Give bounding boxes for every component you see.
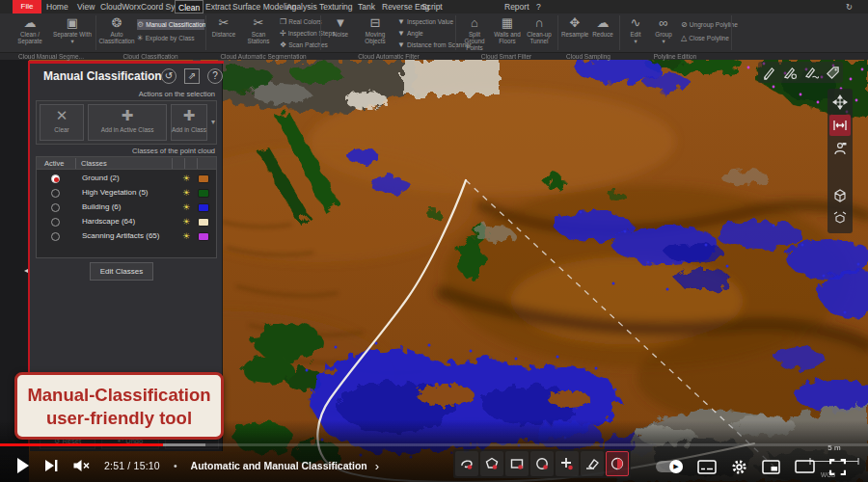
class-color-swatch[interactable]	[198, 189, 209, 198]
tab-report[interactable]: Report	[502, 0, 532, 13]
fullscreen-button[interactable]	[829, 459, 846, 475]
ribbon-manual-classification-button[interactable]: ⚙Manual Classification	[137, 19, 204, 30]
visibility-bulb-icon[interactable]: ☀	[182, 229, 190, 243]
paper-plane-icon	[832, 164, 848, 179]
class-row-scanning-artifacts[interactable]: Scanning Artifacts (65) ☀	[38, 229, 215, 243]
undock-icon[interactable]: ⇗	[184, 68, 200, 84]
tag-icon[interactable]	[826, 66, 840, 80]
column-separator	[197, 158, 198, 169]
rectangle-selection-button[interactable]	[505, 451, 529, 476]
class-row-ground[interactable]: Ground (2) ☀	[38, 172, 215, 185]
lasso-selection-button[interactable]	[455, 451, 478, 476]
history-icon[interactable]: ↺	[161, 68, 176, 84]
add-point-selection-button[interactable]	[556, 451, 579, 476]
menu-help-button[interactable]: ?	[533, 0, 544, 13]
fly-tool-button[interactable]	[829, 161, 851, 182]
visibility-bulb-icon[interactable]: ☀	[182, 172, 190, 185]
ribbon-separator	[205, 15, 206, 50]
next-button[interactable]	[44, 458, 59, 473]
class-active-radio[interactable]	[51, 203, 60, 212]
class-color-swatch[interactable]	[198, 232, 209, 241]
chapter-title[interactable]: Automatic and Manual Classification	[191, 460, 367, 471]
sync-icon[interactable]: ↻	[843, 0, 855, 13]
ribbon-noise-button[interactable]: ▼ Noise	[326, 15, 355, 52]
view-orientation-tool-button[interactable]	[829, 207, 851, 228]
settings-gear-button[interactable]	[731, 459, 747, 475]
class-row-building[interactable]: Building (6) ☀	[38, 201, 215, 214]
pan-tool-button[interactable]	[829, 92, 851, 113]
play-button[interactable]	[15, 457, 31, 474]
zoom-fit-tool-button[interactable]	[829, 115, 851, 136]
clear-selection-button[interactable]: ✕ Clear	[40, 104, 84, 141]
edit-classes-button[interactable]: Edit Classes	[90, 262, 153, 281]
class-color-swatch[interactable]	[198, 174, 209, 183]
volume-muted-icon[interactable]	[72, 458, 91, 473]
ribbon-reduce-button[interactable]: ☁ Reduce	[590, 15, 615, 52]
chapter-chevron-icon[interactable]: ›	[375, 459, 379, 473]
ribbon-inspection-value-button[interactable]: ▼Inspection Value	[397, 16, 453, 27]
add-in-active-class-button[interactable]: ✚ Add in Active Class	[88, 104, 167, 141]
tab-clean[interactable]: Clean	[175, 0, 203, 13]
ribbon-moving-objects-button[interactable]: ⊟ Moving Objects	[357, 15, 393, 52]
ribbon-ungroup-polyline-button[interactable]: ⊘Ungroup Polyline	[681, 19, 731, 30]
ribbon-scan-stations-button[interactable]: ✂ Scan Stations	[241, 15, 276, 52]
miniplayer-button[interactable]	[762, 460, 780, 474]
ribbon-distance-button[interactable]: ✂ Distance	[208, 15, 239, 52]
tab-view[interactable]: View	[74, 0, 97, 13]
add-in-class-button[interactable]: ✚ Add in Class	[171, 104, 207, 141]
ribbon-clean-separate-button[interactable]: ☁ Clean / Separate	[10, 15, 50, 52]
ribbon-group-polyline-button[interactable]: ∞ Group ▾	[650, 15, 677, 52]
ribbon-distance-from-scanner-button[interactable]: ▼Distance from Scanner	[397, 40, 453, 50]
player-right-controls: ▶	[656, 455, 846, 478]
measure-pencil-icon[interactable]	[762, 66, 776, 80]
circle-selection-button[interactable]	[530, 451, 554, 476]
ribbon-auto-classification-button[interactable]: ❂ Auto Classification	[98, 15, 135, 52]
visibility-bulb-icon[interactable]: ☀	[182, 201, 190, 214]
orbit-tool-button[interactable]	[829, 138, 851, 159]
class-active-radio[interactable]	[51, 174, 60, 183]
tab-home[interactable]: Home	[43, 0, 71, 13]
reduce-cloud-icon: ☁	[590, 15, 615, 31]
column-separator	[184, 158, 185, 169]
tab-tank[interactable]: Tank	[355, 0, 378, 13]
ribbon-separate-with-button[interactable]: ▣ Separate With ▾	[52, 15, 93, 52]
erase-selection-button[interactable]	[581, 451, 604, 476]
subtitles-button[interactable]	[697, 460, 717, 474]
ribbon-walls-and-floors-button[interactable]: ▦ Walls and Floors	[492, 15, 523, 52]
ribbon-explode-by-class-button[interactable]: ✳Explode by Class	[137, 33, 204, 43]
dropdown-caret-icon[interactable]: ▾	[211, 118, 215, 126]
help-icon[interactable]: ?	[207, 68, 223, 84]
ribbon-angle-button[interactable]: ▼Angle	[397, 28, 453, 39]
class-color-swatch[interactable]	[198, 203, 209, 212]
visibility-bulb-icon[interactable]: ☀	[182, 186, 190, 200]
draw-pen-icon[interactable]	[804, 66, 819, 80]
class-active-radio[interactable]	[51, 189, 60, 198]
tab-cloudworx[interactable]: CloudWorx	[97, 0, 144, 13]
class-row-hardscape[interactable]: Hardscape (64) ☀	[38, 215, 215, 228]
class-label: Building (6)	[82, 201, 121, 214]
autoplay-toggle[interactable]: ▶	[656, 461, 683, 472]
column-header-active: Active	[44, 157, 64, 170]
ribbon-close-polyline-button[interactable]: △Close Polyline	[681, 33, 731, 43]
section-box-tool-button[interactable]	[829, 184, 851, 205]
video-progress-bar[interactable]	[0, 443, 868, 446]
tab-analysis[interactable]: Analysis	[284, 0, 320, 13]
class-color-swatch[interactable]	[198, 218, 209, 227]
panel-collapse-arrow[interactable]: ◂	[24, 266, 28, 275]
ribbon-cleanup-tunnel-button[interactable]: ∩ Clean-up Tunnel	[525, 15, 554, 52]
tab-script[interactable]: Script	[419, 0, 446, 13]
polygon-selection-button[interactable]	[480, 451, 503, 476]
class-active-radio[interactable]	[51, 232, 60, 241]
gear-icon: ⚙	[137, 20, 144, 29]
class-active-radio[interactable]	[51, 218, 60, 227]
invert-selection-button[interactable]	[606, 451, 629, 476]
theater-mode-button[interactable]	[795, 460, 815, 473]
ribbon-resample-button[interactable]: ✥ Resample	[561, 15, 588, 52]
annotate-pen-icon[interactable]	[783, 66, 798, 80]
tab-texturing[interactable]: Texturing	[316, 0, 356, 13]
class-row-high-vegetation[interactable]: High Vegetation (5) ☀	[38, 186, 215, 200]
visibility-bulb-icon[interactable]: ☀	[182, 215, 190, 228]
file-menu-button[interactable]: File	[13, 0, 41, 13]
ribbon-edit-polyline-button[interactable]: ∿ Edit ▾	[623, 15, 648, 52]
ribbon-split-ground-points-button[interactable]: ⌂ Split Ground Points	[459, 15, 490, 52]
